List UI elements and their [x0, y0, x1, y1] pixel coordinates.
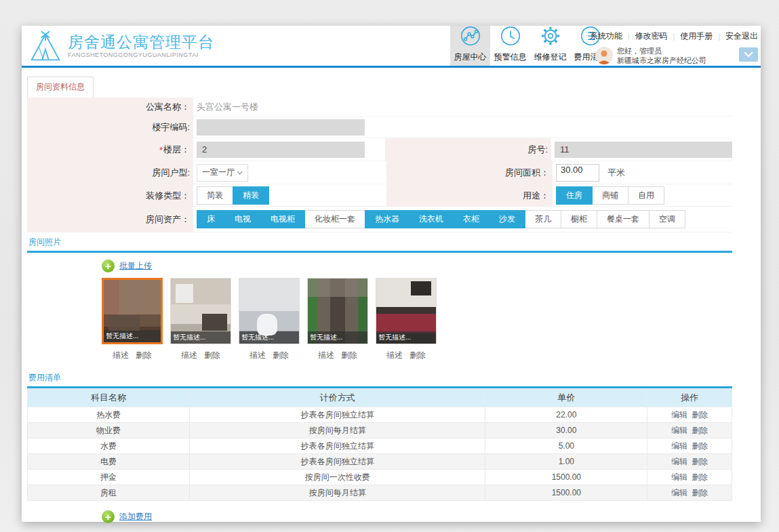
table-row: 电费 抄表各房间独立结算 1.00 编辑删除 — [28, 454, 732, 470]
room-area-input[interactable]: 30.00 — [556, 164, 599, 182]
decoration-option-fine[interactable]: 精装 — [233, 186, 269, 205]
usage-option-shop[interactable]: 商铺 — [592, 186, 628, 205]
delete-link[interactable]: 删除 — [692, 457, 708, 466]
tab-room-info[interactable]: 房间资料信息 — [27, 77, 94, 98]
room-area-label: 房间面积： — [386, 161, 553, 184]
asset-dining-set[interactable]: 餐桌一套 — [597, 210, 650, 228]
fee-method: 抄表各房间独立结算 — [189, 438, 485, 454]
user-company: 新疆城市之家房产经纪公司 — [617, 56, 706, 65]
edit-link[interactable]: 编辑 — [671, 410, 687, 420]
decoration-option-simple[interactable]: 简装 — [197, 186, 233, 205]
asset-washer[interactable]: 洗衣机 — [409, 210, 454, 228]
asset-tea-table[interactable]: 茶几 — [525, 210, 561, 228]
plus-icon: + — [102, 260, 115, 272]
photo-thumbnail[interactable]: 暂无描述... — [307, 278, 368, 344]
link-change-password[interactable]: 修改密码 — [635, 30, 667, 42]
app-window: 房舍通公寓管理平台 FANGSHETONGGONGYUGUANLIPINGTAI… — [22, 26, 761, 522]
photo-delete-link[interactable]: 删除 — [341, 350, 357, 361]
nav-item-maintenance[interactable]: 维修登记 — [530, 26, 570, 66]
apartment-name-label: 公寓名称： — [27, 98, 193, 117]
photo-delete-link[interactable]: 删除 — [204, 350, 220, 361]
fee-price: 30.00 — [485, 423, 647, 438]
col-unit-price: 单价 — [485, 389, 647, 407]
app-header: 房舍通公寓管理平台 FANGSHETONGGONGYUGUANLIPINGTAI… — [22, 26, 761, 68]
asset-aircon[interactable]: 空调 — [649, 210, 685, 228]
usage-option-residence[interactable]: 住房 — [556, 186, 593, 205]
tent-logo-icon — [28, 29, 62, 63]
edit-link[interactable]: 编辑 — [671, 441, 687, 451]
photo-item-living-room: 暂无描述... 描述 删除 — [102, 278, 163, 361]
photo-desc-link[interactable]: 描述 — [386, 350, 403, 361]
asset-tv-cabinet[interactable]: 电视柜 — [260, 210, 305, 228]
form-row-assets: 房间资产： 床 电视 电视柜 化妆柜一套 热水器 洗衣机 衣柜 沙发 茶几 橱柜… — [27, 207, 732, 232]
room-area-unit: 平米 — [607, 167, 625, 179]
fee-price: 22.00 — [485, 407, 647, 423]
photo-caption: 暂无描述... — [104, 330, 161, 342]
photo-desc-link[interactable]: 描述 — [318, 350, 334, 361]
fee-method: 抄表各房间独立结算 — [189, 454, 485, 470]
delete-link[interactable]: 删除 — [692, 426, 708, 435]
delete-link[interactable]: 删除 — [692, 410, 708, 420]
link-logout[interactable]: 安全退出 — [725, 30, 758, 42]
edit-link[interactable]: 编辑 — [671, 426, 687, 435]
asset-dresser-set[interactable]: 化妆柜一套 — [304, 210, 365, 228]
add-fee-label: 添加费用 — [119, 511, 152, 523]
fee-subject: 电费 — [28, 454, 190, 470]
photo-thumbnail[interactable]: 暂无描述... — [170, 278, 231, 344]
link-user-manual[interactable]: 使用手册 — [680, 30, 713, 42]
header-links: 系统功能 ｜ 修改密码 ｜ 使用手册 ｜ 安全退出 — [595, 30, 758, 42]
edit-link[interactable]: 编辑 — [671, 472, 687, 482]
delete-link[interactable]: 删除 — [692, 488, 708, 497]
fee-price: 1500.00 — [485, 485, 647, 501]
asset-sofa[interactable]: 沙发 — [489, 210, 525, 228]
add-fee-button[interactable]: + 添加费用 — [102, 510, 152, 523]
fee-price: 5.00 — [485, 438, 647, 454]
photo-desc-link[interactable]: 描述 — [249, 350, 266, 361]
user-greeting: 您好，管理员 — [617, 46, 706, 56]
delete-link[interactable]: 删除 — [692, 472, 708, 482]
form-row-type-area: 房间户型: 一室一厅 房间面积： 30.00 平米 — [27, 161, 732, 184]
edit-link[interactable]: 编辑 — [671, 457, 687, 466]
asset-cupboard[interactable]: 橱柜 — [561, 210, 597, 228]
edit-link[interactable]: 编辑 — [671, 488, 687, 497]
photo-thumbnail[interactable]: 暂无描述... — [102, 278, 163, 344]
asset-bed[interactable]: 床 — [197, 210, 225, 228]
room-info-form: 公寓名称： 头宫公寓一号楼 楼宇编码: *楼层： 2 房号: 11 房间户型: — [27, 98, 732, 232]
table-row: 热水费 抄表各房间独立结算 22.00 编辑删除 — [28, 407, 732, 423]
nav-item-alerts[interactable]: 预警信息 — [490, 26, 530, 66]
chevron-down-icon — [744, 52, 753, 58]
photo-caption: 暂无描述... — [171, 331, 231, 344]
photo-desc-link[interactable]: 描述 — [181, 350, 197, 361]
section-title-room-photos: 房间照片 — [27, 232, 732, 253]
batch-upload-label: 批量上传 — [119, 260, 152, 272]
photo-delete-link[interactable]: 删除 — [136, 350, 152, 361]
nav-item-house-center[interactable]: 房屋中心 — [450, 26, 490, 66]
link-system-functions[interactable]: 系统功能 — [590, 30, 622, 42]
photo-thumbnail[interactable]: 暂无描述... — [376, 278, 437, 344]
fee-price: 1.00 — [485, 454, 647, 470]
fee-method: 抄表各房间独立结算 — [189, 407, 485, 423]
app-title: 房舍通公寓管理平台 — [68, 34, 214, 51]
photo-thumbnail[interactable]: 暂无描述... — [239, 278, 300, 344]
batch-upload-button[interactable]: + 批量上传 — [102, 260, 152, 272]
fee-method: 按房间每月结算 — [189, 423, 485, 438]
asset-tv[interactable]: 电视 — [224, 210, 261, 228]
avatar — [595, 47, 613, 64]
asset-water-heater[interactable]: 热水器 — [365, 210, 410, 228]
photo-delete-link[interactable]: 删除 — [410, 350, 426, 361]
room-type-select[interactable]: 一室一厅 — [197, 164, 248, 182]
photo-delete-link[interactable]: 删除 — [273, 350, 289, 361]
photo-caption: 暂无描述... — [239, 331, 299, 344]
app-subtitle: FANGSHETONGGONGYUGUANLIPINGTAI — [68, 52, 214, 58]
floor-label: *楼层： — [27, 138, 193, 161]
photo-desc-link[interactable]: 描述 — [113, 350, 129, 361]
delete-link[interactable]: 删除 — [692, 441, 708, 451]
logo-text: 房舍通公寓管理平台 FANGSHETONGGONGYUGUANLIPINGTAI — [68, 34, 214, 58]
link-separator: ｜ — [670, 31, 677, 41]
usage-option-self-use[interactable]: 自用 — [628, 186, 664, 205]
table-row: 押金 按房间一次性收费 1500.00 编辑删除 — [28, 470, 732, 485]
photo-caption: 暂无描述... — [376, 331, 436, 344]
tab-bar: 房间资料信息 — [27, 77, 761, 98]
asset-wardrobe[interactable]: 衣柜 — [453, 210, 490, 228]
user-menu-toggle[interactable] — [739, 47, 758, 62]
